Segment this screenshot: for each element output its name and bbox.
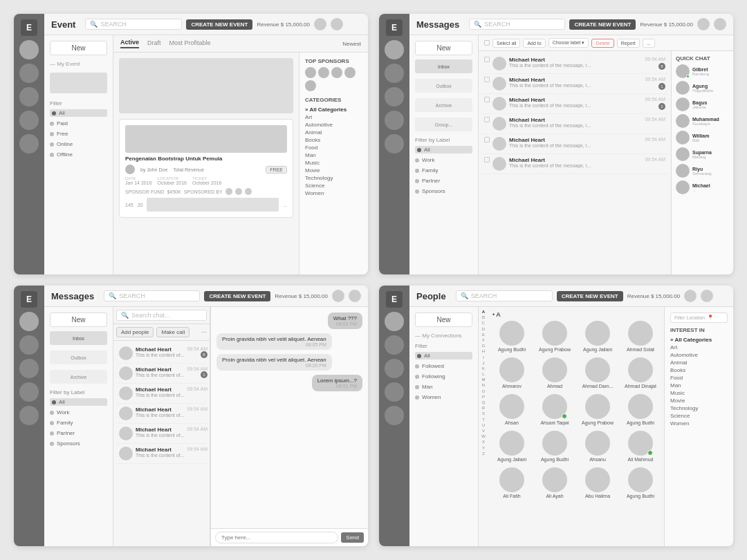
msg-bot-item-6[interactable]: Michael Heart This is the content of... … bbox=[116, 444, 207, 464]
msg-top-nav-4[interactable] bbox=[385, 111, 404, 130]
inbox-item[interactable]: Inbox bbox=[415, 59, 472, 73]
qc-item-7[interactable]: RiyuSemarang bbox=[676, 164, 729, 178]
sidebar-nav-5[interactable] bbox=[19, 134, 39, 153]
person-ali-fatih[interactable]: Ali Fatih bbox=[492, 467, 531, 498]
category-art[interactable]: Art bbox=[305, 113, 362, 121]
filter-offline[interactable]: Offline bbox=[50, 151, 107, 158]
person-ahmad[interactable]: Ahmad bbox=[535, 357, 574, 389]
msg-bot-filter-sponsors[interactable]: Sponsors bbox=[50, 440, 107, 447]
interest-art[interactable]: Art bbox=[670, 344, 728, 351]
category-automotive[interactable]: Automotive bbox=[305, 121, 362, 129]
alpha-x[interactable]: X bbox=[482, 440, 485, 445]
alpha-z[interactable]: Z bbox=[482, 451, 485, 456]
people-avatar-icon[interactable] bbox=[701, 290, 713, 302]
person-agung-prabow-2[interactable]: Agung Prabow bbox=[578, 394, 617, 425]
people-nav-2[interactable] bbox=[385, 335, 404, 355]
tab-active[interactable]: Active bbox=[120, 39, 139, 48]
person-agung-budhi-2[interactable]: Agung Budhi bbox=[621, 394, 660, 425]
people-create-button[interactable]: CREATE NEW EVENT bbox=[557, 291, 623, 301]
msg-bot-new[interactable]: New bbox=[50, 312, 107, 327]
msg-checkbox-3[interactable] bbox=[484, 97, 490, 102]
category-movie[interactable]: Movie bbox=[305, 167, 362, 174]
qc-item-3[interactable]: BagusJakarta bbox=[676, 97, 729, 111]
interest-movie[interactable]: Movie bbox=[670, 397, 728, 404]
msg-filter-sponsors[interactable]: Sponsors bbox=[415, 187, 472, 195]
msg-create-button[interactable]: CREATE NEW EVENT bbox=[569, 19, 636, 30]
group-item[interactable]: Group... bbox=[415, 118, 472, 131]
category-all[interactable]: » All Categories bbox=[305, 106, 362, 113]
qc-item-6[interactable]: SuparnaMalang bbox=[676, 147, 729, 161]
sidebar-nav-1[interactable] bbox=[19, 40, 39, 59]
alpha-y[interactable]: Y bbox=[482, 446, 485, 451]
msg-bot-nav-2[interactable] bbox=[19, 335, 39, 355]
msg-bot-filter-all[interactable]: All bbox=[50, 398, 107, 406]
msg-top-nav-2[interactable] bbox=[385, 64, 404, 83]
category-music[interactable]: Music bbox=[305, 159, 362, 167]
alpha-j[interactable]: J bbox=[483, 361, 485, 366]
msg-checkbox-5[interactable] bbox=[484, 137, 490, 142]
person-agung-jailani-1[interactable]: Agung Jailani bbox=[578, 321, 617, 352]
interest-man[interactable]: Man bbox=[670, 382, 728, 389]
qc-item-1[interactable]: GilbretBandung bbox=[676, 64, 729, 78]
msg-filter-all[interactable]: All bbox=[415, 146, 472, 153]
filter-location-box[interactable]: Filter Location 📍 bbox=[670, 312, 728, 323]
sidebar-nav-4[interactable] bbox=[19, 111, 39, 130]
archive-item[interactable]: Archive bbox=[415, 98, 472, 112]
msg-bot-nav-4[interactable] bbox=[19, 382, 39, 402]
person-ahsani-taqwi[interactable]: Ahsani Taqwi bbox=[535, 394, 574, 425]
new-event-button[interactable]: New bbox=[50, 41, 107, 55]
msg-bot-nav-1[interactable] bbox=[19, 312, 39, 331]
people-nav-3[interactable] bbox=[385, 359, 404, 378]
msg-checkbox-6[interactable] bbox=[484, 157, 490, 162]
interest-food[interactable]: Food bbox=[670, 374, 728, 382]
alpha-t[interactable]: T bbox=[482, 418, 485, 422]
message-item-5[interactable]: Michael Heart This is the content of the… bbox=[481, 134, 668, 154]
notification-icon[interactable] bbox=[314, 18, 326, 30]
interest-science[interactable]: Science bbox=[670, 412, 728, 420]
tab-draft[interactable]: Draft bbox=[147, 39, 161, 48]
person-agung-budhi-4[interactable]: Agung Budhi bbox=[621, 467, 660, 498]
interest-all[interactable]: » All Categories bbox=[670, 336, 728, 344]
category-technology[interactable]: Technology bbox=[305, 174, 362, 182]
alpha-g[interactable]: G bbox=[482, 344, 486, 348]
add-people-btn[interactable]: Add people bbox=[116, 327, 154, 337]
category-man[interactable]: Man bbox=[305, 151, 362, 159]
alpha-q[interactable]: Q bbox=[482, 400, 486, 405]
msg-bot-create-button[interactable]: CREATE NEW EVENT bbox=[204, 291, 270, 301]
person-agung-prabow-1[interactable]: Agung Prabow bbox=[535, 321, 574, 352]
people-filter-following[interactable]: Following bbox=[415, 373, 472, 380]
choose-label-btn[interactable]: Choose label ▾ bbox=[548, 38, 589, 48]
messages-top-search[interactable]: 🔍 SEARCH bbox=[469, 19, 565, 30]
more-actions-btn[interactable]: ... bbox=[643, 39, 655, 48]
msg-notification-icon[interactable] bbox=[697, 18, 710, 30]
category-books[interactable]: Books bbox=[305, 136, 362, 144]
interest-books[interactable]: Books bbox=[670, 366, 728, 374]
qc-item-2[interactable]: AgungYogyakarta bbox=[676, 81, 729, 95]
chat-search-input[interactable]: 🔍 Search chat... bbox=[116, 310, 207, 321]
msg-bot-item-3[interactable]: Michael Heart This is the content of... … bbox=[116, 384, 207, 404]
sidebar-nav-2[interactable] bbox=[19, 64, 39, 83]
alpha-k[interactable]: K bbox=[482, 366, 485, 371]
alpha-h[interactable]: H bbox=[482, 349, 485, 354]
category-women[interactable]: Women bbox=[305, 189, 362, 197]
person-ahsanu[interactable]: Ahsanu bbox=[578, 431, 617, 462]
msg-new-button[interactable]: New bbox=[415, 41, 472, 55]
person-agung-jailani-2[interactable]: Agung Jailani bbox=[492, 431, 531, 462]
alpha-c[interactable]: C bbox=[482, 321, 485, 326]
person-ahmarov[interactable]: Ahmarov bbox=[492, 357, 531, 389]
people-new-btn[interactable]: New bbox=[415, 312, 472, 327]
msg-filter-work[interactable]: Work bbox=[415, 156, 472, 164]
alpha-p[interactable]: P bbox=[482, 395, 485, 400]
person-ali-mahmud[interactable]: Ali Mahmud bbox=[621, 431, 660, 462]
msg-bot-item-1[interactable]: Michael Heart This is the content of... … bbox=[116, 344, 207, 364]
people-filter-man[interactable]: Man bbox=[415, 383, 472, 391]
more-dots[interactable]: ... bbox=[283, 203, 287, 207]
person-ahmad-dam[interactable]: Ahmad Dam... bbox=[578, 357, 617, 389]
add-to-btn[interactable]: Add to bbox=[523, 39, 545, 48]
alpha-f[interactable]: F bbox=[482, 338, 485, 343]
msg-bot-filter-family[interactable]: Family bbox=[50, 419, 107, 427]
interest-automotive[interactable]: Automotive bbox=[670, 351, 728, 359]
message-item-2[interactable]: Michael Heart This is the content of the… bbox=[481, 74, 668, 94]
person-ahmad-solat[interactable]: Ahmad Solat bbox=[621, 321, 660, 352]
people-filter-women[interactable]: Women bbox=[415, 393, 472, 401]
